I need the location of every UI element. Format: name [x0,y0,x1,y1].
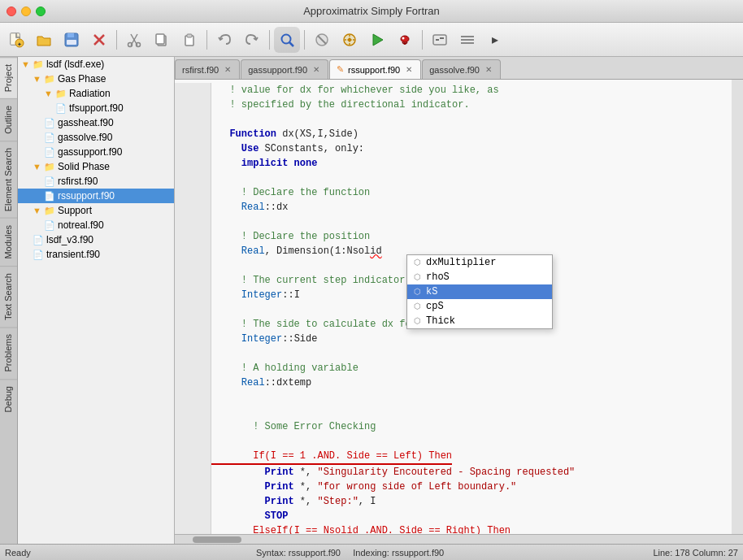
line-content[interactable]: Print *, "Singularity Encoutered - Spaci… [211,465,575,480]
element-search-tab[interactable]: Element Search [0,141,17,218]
debug-button[interactable] [392,27,418,53]
line-content[interactable]: Use SConstants, only: [211,141,364,156]
editor-tab[interactable]: ✎rssupport.f90✕ [329,59,421,79]
autocomplete-item[interactable]: ⬡rhoS [407,270,552,284]
redo-button[interactable] [239,27,265,53]
tree-item[interactable]: 📄rsfirst.f90 [18,174,174,189]
tree-item-label: lsdf_v3.f90 [46,234,93,245]
tree-item[interactable]: 📄tfsupport.f90 [18,101,174,115]
autocomplete-item[interactable]: ⬡Thick [407,314,552,328]
tree-item[interactable]: 📄transient.f90 [18,247,174,262]
paste-button[interactable] [176,27,202,53]
text-search-tab[interactable]: Text Search [0,266,17,327]
line-content[interactable]: Function dx(XS,I,Side) [211,127,358,141]
outline-tab[interactable]: Outline [0,98,17,141]
line-content[interactable]: Real::dx [211,200,288,215]
minimize-button[interactable] [21,7,31,16]
line-content[interactable]: ! Declare the function [211,185,370,200]
new-button[interactable]: ✦ [3,27,29,53]
close-file-button[interactable] [86,27,112,53]
modules-tab[interactable]: Modules [0,218,17,266]
line-content[interactable] [211,390,224,405]
line-content[interactable] [211,171,224,185]
tree-item[interactable]: 📄notreal.f90 [18,218,174,232]
undo-button[interactable] [211,27,237,53]
tree-item[interactable]: 📄gassolve.f90 [18,130,174,145]
svg-point-12 [137,42,141,46]
copy-button[interactable] [149,27,175,53]
tree-item-label: transient.f90 [46,249,100,260]
line-content[interactable] [211,405,224,419]
line-content[interactable]: STOP [211,509,288,523]
line-content[interactable] [211,434,224,449]
terminal-button[interactable] [427,27,453,53]
tab-close-button[interactable]: ✕ [223,65,232,75]
line-number [175,405,211,419]
editor-tab[interactable]: rsfirst.f90✕ [175,59,240,79]
tree-item[interactable]: 📄gassheat.f90 [18,115,174,130]
line-content[interactable] [211,112,224,127]
stop-button[interactable] [309,27,335,53]
project-tab[interactable]: Project [0,57,17,98]
line-content[interactable]: Print *, "for wrong side of Left boundar… [211,480,516,494]
status-syntax: Syntax: rssupport.f90 Indexing: rssuppor… [47,548,654,558]
editor-tab[interactable]: gassupport.f90✕ [241,59,328,79]
line-number [175,273,211,288]
scroll-thumb[interactable] [193,536,241,543]
line-content[interactable]: Print *, "Step:", I [211,494,376,509]
line-content[interactable]: ! Declare the position [211,229,370,244]
line-content[interactable]: implicit none [211,156,317,171]
line-content[interactable]: Real::dxtemp [211,376,311,390]
expand-button[interactable]: ▸ [482,27,508,53]
tab-close-button[interactable]: ✕ [404,65,414,75]
close-button[interactable] [7,7,16,16]
line-content[interactable]: Integer::Side [211,332,317,346]
autocomplete-item[interactable]: ⬡kS [407,284,552,299]
tree-item-label: Radiation [69,88,111,99]
line-content[interactable]: ElseIf(I == Nsolid .AND. Side == Right) … [211,523,511,534]
line-content[interactable]: Real, Dimension(1:Nsolid [211,244,382,258]
open-button[interactable] [31,27,57,53]
run-button[interactable] [364,27,390,53]
line-content[interactable]: ! A holding variable [211,361,358,376]
vertical-scrollbar[interactable] [732,80,743,534]
tree-item[interactable]: ▼ 📁Gas Phase [18,72,174,86]
cut-button[interactable] [121,27,147,53]
tab-label: rssupport.f90 [348,65,400,75]
tab-close-button[interactable]: ✕ [311,65,321,75]
line-content[interactable] [211,215,224,229]
problems-tab[interactable]: Problems [0,327,17,378]
line-content[interactable] [211,258,224,273]
build-button[interactable] [337,27,363,53]
tab-close-button[interactable]: ✕ [484,65,493,75]
line-content[interactable] [211,346,224,361]
line-content[interactable]: ! The side to calculate dx for [211,317,417,332]
autocomplete-item[interactable]: ⬡dxMultiplier [407,255,552,270]
tree-item[interactable]: 📄lsdf_v3.f90 [18,232,174,247]
save-button[interactable] [59,27,85,53]
editor-content[interactable]: ! value for dx for whichever side you li… [175,80,732,534]
line-content[interactable]: ! value for dx for whichever side you li… [211,83,499,98]
line-content[interactable]: ! specified by the directional indicator… [211,98,470,112]
line-content[interactable]: Integer::I [211,288,300,302]
search-button[interactable] [274,27,300,53]
tree-item[interactable]: 📄gassupport.f90 [18,145,174,159]
line-content[interactable]: If(I == 1 .AND. Side == Left) Then [211,449,452,465]
tree-item[interactable]: ▼ 📁lsdf (lsdf.exe) [18,57,174,72]
file-icon: 📄 [55,103,67,114]
tree-item[interactable]: ▼ 📁Support [18,203,174,218]
line-content[interactable]: ! Some Error Checking [211,419,376,434]
line-content[interactable]: ! The current step indicator [211,273,405,288]
line-content[interactable] [211,302,224,317]
tree-item[interactable]: ▼ 📁Radiation [18,86,174,101]
ac-label: Thick [426,315,455,327]
autocomplete-item[interactable]: ⬡cpS [407,299,552,314]
maximize-button[interactable] [36,7,46,16]
editor-row: ! value for dx for whichever side you li… [175,80,743,534]
more-button[interactable] [454,27,480,53]
editor-tab[interactable]: gassolve.f90✕ [422,59,501,79]
debug-tab[interactable]: Debug [0,379,17,419]
horizontal-scrollbar[interactable] [175,534,743,544]
tree-item[interactable]: ▼ 📁Solid Phase [18,159,174,174]
tree-item[interactable]: 📄rssupport.f90 [18,189,174,203]
